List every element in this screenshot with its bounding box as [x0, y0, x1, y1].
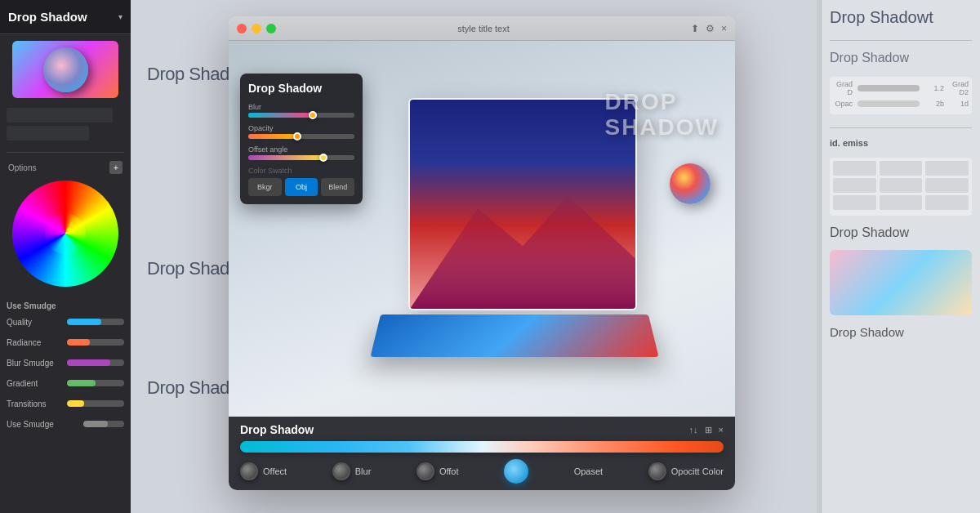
main-visual: DROPSHADOW Drop Shadow Blur	[229, 41, 735, 417]
offset-slider-row[interactable]: Offset angle	[248, 145, 354, 160]
right-bar-val-3: 2b	[924, 100, 944, 108]
offset-ctrl-label: Offect	[263, 466, 287, 476]
mountain-scene	[410, 100, 635, 309]
left-sidebar: Drop Shadow ▾ Options + Use Smudge Quali…	[0, 0, 131, 513]
window-icon-settings[interactable]: ⚙	[706, 23, 715, 34]
sidebar-transitions-bar	[67, 400, 124, 407]
window-titlebar: style title text ⬆ ⚙ ×	[229, 16, 735, 41]
sidebar-divider	[7, 152, 124, 153]
sidebar-use-smudge-label: Use Smudge	[7, 420, 83, 429]
right-cell-4	[833, 178, 876, 193]
sidebar-radiance-item[interactable]: Radiance	[7, 334, 124, 350]
sidebar-gradient-bar	[67, 380, 124, 386]
app-window: style title text ⬆ ⚙ × DROPSHADOW	[229, 16, 735, 490]
sidebar-gradient-label: Gradient	[7, 379, 67, 388]
sidebar-header[interactable]: Drop Shadow ▾	[0, 0, 131, 34]
right-bar-label-2: Opac	[833, 100, 853, 108]
right-cell-9	[925, 195, 969, 210]
blue-button[interactable]	[504, 459, 528, 484]
opacity-thumb[interactable]	[293, 132, 301, 141]
toolbar-controls: Offect Blur Offot Opaset Opocitt Color	[240, 459, 724, 484]
ctrl-group-opocitt: Opocitt Color	[648, 462, 724, 480]
right-bar-row-2: Opac 2b 1d	[833, 100, 969, 108]
offset-track[interactable]	[248, 155, 354, 160]
minimize-button[interactable]	[252, 24, 261, 33]
sidebar-quality-label: Quality	[7, 318, 67, 327]
right-cell-3	[925, 161, 969, 176]
thumbnail-shape	[43, 47, 88, 92]
sidebar-use-smudge-bar	[83, 421, 124, 427]
close-button[interactable]	[237, 24, 247, 33]
right-bar-val-2: Grad D2	[949, 80, 969, 96]
sidebar-gradient-item[interactable]: Gradient	[7, 375, 124, 391]
color-wheel[interactable]	[12, 181, 118, 287]
right-panel-label: Drop Shadow	[830, 325, 972, 339]
right-bar-2	[858, 100, 920, 107]
scene-drop-shadow-text: DROPSHADOW	[604, 90, 719, 141]
toolbar-title: Drop Shadow	[240, 423, 314, 436]
blur-thumb[interactable]	[309, 111, 317, 119]
right-title: Drop Shadowt	[830, 8, 972, 27]
offset-label: Offset angle	[248, 145, 354, 154]
sidebar-transitions-item[interactable]: Transitions	[7, 395, 124, 412]
overlay-panel: Drop Shadow Blur Opacity	[240, 74, 363, 204]
glass-panel	[408, 98, 637, 310]
chevron-down-icon[interactable]: ▾	[118, 12, 122, 21]
right-cell-1	[833, 161, 876, 176]
right-sidebar: Drop Shadowt Drop Shadow Grad D 1.2 Grad…	[821, 0, 980, 513]
overlay-title: Drop Shadow	[248, 82, 354, 95]
sidebar-thumbnail	[12, 41, 118, 98]
color-wheel-container[interactable]	[12, 181, 118, 287]
blur-knob[interactable]	[332, 462, 350, 480]
opacity-slider-row[interactable]: Opacity	[248, 124, 354, 139]
sidebar-quality-fill	[67, 319, 101, 325]
opocitt-knob[interactable]	[648, 462, 666, 480]
right-bar-1	[858, 85, 920, 91]
sidebar-use-smudge-item: Use Smudge	[7, 416, 124, 432]
opacity-track[interactable]	[248, 134, 354, 139]
overlay-btn-blend[interactable]: Blend	[321, 178, 354, 196]
ctrl-group-offset: Offect	[240, 462, 287, 480]
opacity-fill	[248, 134, 296, 139]
toolbar-icon-arrows[interactable]: ↑↓	[689, 425, 698, 435]
sidebar-label-row: Options +	[0, 158, 131, 176]
maximize-button[interactable]	[266, 24, 276, 33]
right-divider-2	[830, 127, 972, 128]
overlay-btn-obj[interactable]: Obj	[285, 178, 318, 196]
bottom-toolbar: Drop Shadow ↑↓ ⊞ × Offect Blur	[229, 417, 735, 490]
overlay-btn-row: Bkgr Obj Blend	[248, 178, 354, 196]
sidebar-blur-item[interactable]: Blur Smudge	[7, 355, 124, 371]
right-divider-1	[830, 40, 972, 41]
gradient-bar[interactable]	[240, 441, 724, 453]
toolbar-icons: ↑↓ ⊞ ×	[689, 425, 724, 435]
overlay-btn-bkgr[interactable]: Bkgr	[248, 178, 282, 196]
offset-thumb[interactable]	[319, 154, 327, 162]
overlay-separator: Color Swatch	[248, 167, 354, 175]
platform-base	[370, 314, 658, 357]
sidebar-blur-bar	[67, 359, 124, 366]
right-panel-thumbnail	[830, 250, 972, 315]
right-table-row-2	[833, 178, 969, 193]
right-bar-row-1: Grad D 1.2 Grad D2	[833, 80, 969, 96]
sidebar-quality-item[interactable]: Quality	[7, 314, 124, 330]
sidebar-transitions-label: Transitions	[7, 399, 67, 408]
blur-slider-row[interactable]: Blur	[248, 103, 354, 118]
offset-knob[interactable]	[240, 462, 258, 480]
blur-ctrl-label: Blur	[355, 466, 372, 476]
offset-fill	[248, 155, 323, 160]
sidebar-item-bar	[7, 126, 89, 141]
sidebar-radiance-label: Radiance	[7, 338, 67, 347]
traffic-lights[interactable]	[237, 24, 276, 33]
right-section-label: id. emiss	[830, 138, 972, 148]
right-sub-label: Drop Shadow	[830, 51, 972, 65]
sidebar-add-button[interactable]: +	[109, 161, 122, 174]
window-icon-close[interactable]: ×	[721, 23, 727, 34]
right-cell-5	[880, 178, 923, 193]
opacity-label: Opacity	[248, 124, 354, 132]
window-icon-share[interactable]: ⬆	[691, 23, 699, 34]
offot-knob[interactable]	[416, 462, 434, 480]
sidebar-section-label: Use Smudge	[7, 297, 124, 314]
blur-track[interactable]	[248, 113, 354, 118]
toolbar-icon-grid[interactable]: ⊞	[705, 425, 712, 435]
toolbar-icon-close[interactable]: ×	[719, 425, 724, 435]
